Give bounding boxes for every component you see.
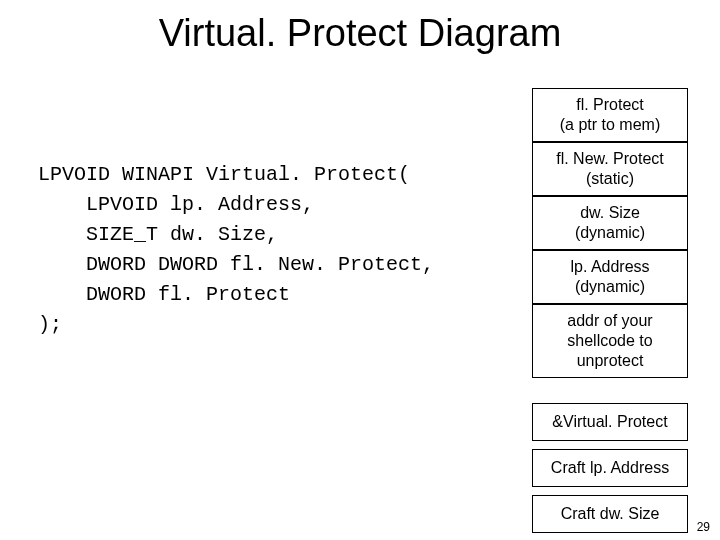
step-box-virtualprotect: &Virtual. Protect (532, 403, 688, 441)
stack-sublabel: (dynamic) (537, 277, 683, 297)
step-box-craft-lpaddress: Craft lp. Address (532, 449, 688, 487)
step-box-craft-dwsize: Craft dw. Size (532, 495, 688, 533)
stack-sublabel: (dynamic) (537, 223, 683, 243)
stack-box-shellcode-addr: addr of your shellcode to unprotect (532, 304, 688, 378)
code-line: ); (38, 310, 434, 340)
stack-column: fl. Protect (a ptr to mem) fl. New. Prot… (532, 88, 688, 378)
code-signature: LPVOID WINAPI Virtual. Protect( LPVOID l… (38, 160, 434, 340)
stack-box-flnewprotect: fl. New. Protect (static) (532, 142, 688, 196)
stack-label: unprotect (537, 351, 683, 371)
stack-sublabel: (static) (537, 169, 683, 189)
code-line: DWORD fl. Protect (38, 280, 434, 310)
stack-label: lp. Address (537, 257, 683, 277)
code-line: LPVOID WINAPI Virtual. Protect( (38, 160, 434, 190)
stack-label: shellcode to (537, 331, 683, 351)
slide-title: Virtual. Protect Diagram (0, 0, 720, 55)
stack-label: fl. New. Protect (537, 149, 683, 169)
steps-column: &Virtual. Protect Craft lp. Address Craf… (532, 395, 688, 533)
stack-sublabel: (a ptr to mem) (537, 115, 683, 135)
code-line: SIZE_T dw. Size, (38, 220, 434, 250)
code-line: LPVOID lp. Address, (38, 190, 434, 220)
stack-label: dw. Size (537, 203, 683, 223)
code-line: DWORD DWORD fl. New. Protect, (38, 250, 434, 280)
stack-label: fl. Protect (537, 95, 683, 115)
stack-label: addr of your (537, 311, 683, 331)
page-number: 29 (697, 520, 710, 534)
stack-box-flprotect: fl. Protect (a ptr to mem) (532, 88, 688, 142)
stack-box-lpaddress: lp. Address (dynamic) (532, 250, 688, 304)
stack-box-dwsize: dw. Size (dynamic) (532, 196, 688, 250)
